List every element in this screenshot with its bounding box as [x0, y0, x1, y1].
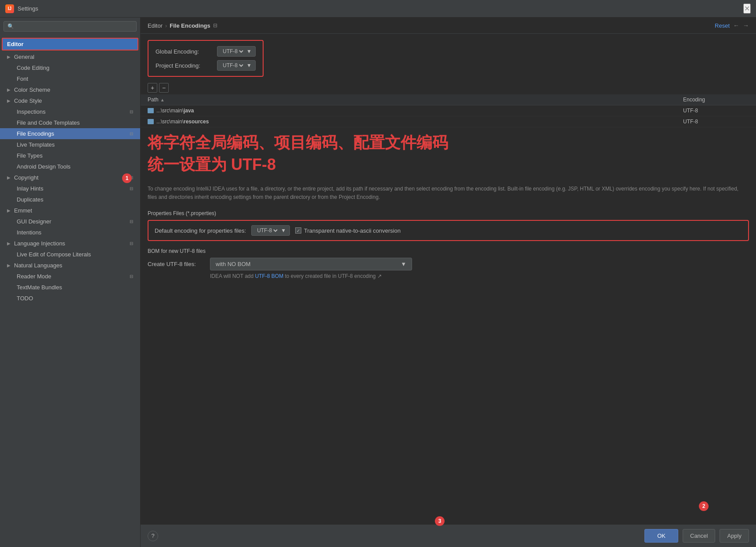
search-icon: 🔍: [7, 23, 14, 29]
close-button[interactable]: ✕: [743, 4, 751, 14]
sidebar-item-intentions[interactable]: Intentions: [0, 227, 140, 238]
reset-button[interactable]: Reset: [715, 22, 730, 29]
badge-2-label: 2: [699, 501, 709, 511]
sidebar-label: Intentions: [17, 229, 41, 236]
sidebar-item-textmate-bundles[interactable]: TextMate Bundles: [0, 282, 140, 293]
expand-icon: ▶: [7, 54, 11, 59]
breadcrumb-separator: ›: [165, 22, 167, 29]
sidebar-item-android-design-tools[interactable]: Android Design Tools: [0, 161, 140, 172]
badge-icon: ⊟: [130, 274, 133, 279]
sidebar-item-editor[interactable]: Editor: [2, 38, 138, 50]
cancel-button[interactable]: Cancel: [683, 529, 715, 543]
expand-icon: ▶: [7, 175, 11, 180]
main-header: Editor › File Encodings ⊟ Reset ← →: [141, 18, 756, 34]
sidebar-item-language-injections[interactable]: ▶ Language Injections ⊟: [0, 238, 140, 249]
bom-section: BOM for new UTF-8 files Create UTF-8 fil…: [141, 245, 756, 284]
encoding-column-header: Encoding: [683, 97, 749, 103]
properties-encoding-dropdown[interactable]: UTF-8: [255, 227, 279, 234]
description-text: To change encoding IntelliJ IDEA uses fo…: [141, 185, 756, 207]
properties-encoding-select[interactable]: UTF-8 ▼: [251, 225, 290, 236]
sidebar-label: Copyright: [14, 174, 39, 181]
sidebar-item-file-encodings[interactable]: File Encodings ⊟: [0, 128, 140, 139]
project-encoding-dropdown[interactable]: UTF-8: [221, 62, 245, 69]
bom-link[interactable]: UTF-8 BOM: [255, 273, 283, 279]
sidebar-item-live-templates[interactable]: Live Templates: [0, 139, 140, 150]
global-encoding-label: Global Encoding:: [156, 48, 213, 55]
badge-1: 1: [122, 173, 132, 183]
sidebar-item-inlay-hints[interactable]: Inlay Hints ⊟: [0, 183, 140, 194]
forward-button[interactable]: →: [743, 22, 749, 29]
main-content: Editor › File Encodings ⊟ Reset ← → Glob…: [141, 18, 756, 547]
sidebar-label: Reader Mode: [17, 273, 51, 280]
sidebar-label: Color Scheme: [14, 86, 50, 93]
bom-note: IDEA will NOT add UTF-8 BOM to every cre…: [148, 273, 749, 279]
sidebar-label: TODO: [17, 295, 33, 302]
transparent-conversion-row: ✓ Transparent native-to-ascii conversion: [295, 227, 401, 234]
dropdown-arrow: ▼: [246, 62, 252, 68]
path-value: ...\src\main\resources: [156, 119, 209, 125]
global-encoding-dropdown[interactable]: UTF-8: [221, 48, 245, 55]
sidebar-item-todo[interactable]: TODO: [0, 293, 140, 304]
sidebar-item-natural-languages[interactable]: ▶ Natural Languages: [0, 260, 140, 271]
folder-icon: [148, 119, 154, 124]
back-button[interactable]: ←: [733, 22, 739, 29]
transparent-label: Transparent native-to-ascii conversion: [304, 227, 401, 234]
editor-label: Editor: [7, 41, 24, 47]
ok-button[interactable]: OK: [644, 529, 678, 543]
path-cell: ...\src\main\resources: [148, 119, 683, 125]
expand-icon: ▶: [7, 208, 11, 213]
sidebar-item-code-editing[interactable]: Code Editing: [0, 62, 140, 73]
sidebar-item-live-edit[interactable]: Live Edit of Compose Literals: [0, 249, 140, 260]
dialog-body: 🔍 Editor ▶ General Code Editing: [0, 18, 756, 547]
search-box[interactable]: 🔍: [4, 21, 137, 32]
sidebar-label: Code Editing: [17, 65, 49, 71]
chinese-annotation: 将字符全局编码、项目编码、配置文件编码统一设置为 UTF-8: [148, 132, 749, 176]
global-encoding-row: Global Encoding: UTF-8 ▼: [156, 46, 256, 57]
bom-select-row: Create UTF-8 files: with NO BOM ▼: [148, 258, 749, 270]
sidebar-item-reader-mode[interactable]: Reader Mode ⊟: [0, 271, 140, 282]
badge-2: 2: [699, 501, 709, 511]
sidebar-item-inspections[interactable]: Inspections ⊟: [0, 106, 140, 117]
sidebar-item-code-style[interactable]: ▶ Code Style: [0, 95, 140, 106]
checkmark-icon: ✓: [297, 228, 300, 233]
sidebar-item-font[interactable]: Font: [0, 73, 140, 84]
sidebar-label: Duplicates: [17, 196, 43, 203]
sidebar-label: Live Edit of Compose Literals: [17, 251, 91, 258]
bom-dropdown[interactable]: with NO BOM ▼: [210, 258, 412, 270]
sidebar-label: Language Injections: [14, 240, 65, 247]
remove-button[interactable]: −: [159, 83, 169, 93]
badge-icon: ⊟: [130, 186, 133, 191]
project-encoding-select[interactable]: UTF-8 ▼: [217, 60, 256, 71]
sidebar-label: File Encodings: [17, 130, 54, 137]
transparent-checkbox[interactable]: ✓: [295, 227, 301, 234]
annotation-area: 将字符全局编码、项目编码、配置文件编码统一设置为 UTF-8: [141, 127, 756, 185]
expand-icon: ▶: [7, 263, 11, 268]
sidebar-item-duplicates[interactable]: Duplicates: [0, 194, 140, 205]
encoding-cell: UTF-8: [683, 108, 749, 114]
window-title: Settings: [18, 5, 38, 12]
sidebar-label: General: [14, 54, 34, 60]
breadcrumb-icon: ⊟: [213, 22, 217, 29]
global-encoding-select[interactable]: UTF-8 ▼: [217, 46, 256, 57]
encoding-box: Global Encoding: UTF-8 ▼ Project Encodin…: [148, 40, 264, 77]
sidebar-item-file-types[interactable]: File Types: [0, 150, 140, 161]
add-button[interactable]: +: [148, 83, 157, 93]
sidebar-item-emmet[interactable]: ▶ Emmet: [0, 205, 140, 216]
badge-1-label: 1: [122, 173, 132, 183]
bottom-bar: ? OK Cancel Apply: [141, 524, 756, 547]
sidebar-label: TextMate Bundles: [17, 284, 62, 291]
apply-button[interactable]: Apply: [720, 529, 749, 543]
sidebar-item-general[interactable]: ▶ General: [0, 51, 140, 62]
help-button[interactable]: ?: [148, 531, 158, 541]
sidebar-label: Inspections: [17, 108, 46, 115]
sidebar-label: GUI Designer: [17, 218, 51, 225]
sidebar-item-copyright[interactable]: ▶ Copyright ⊟: [0, 172, 140, 183]
sidebar-item-file-code-templates[interactable]: File and Code Templates: [0, 117, 140, 128]
sidebar-item-color-scheme[interactable]: ▶ Color Scheme: [0, 84, 140, 95]
bom-note-suffix: to every created file in UTF-8 encoding …: [283, 273, 381, 279]
sidebar-item-gui-designer[interactable]: GUI Designer ⊟: [0, 216, 140, 227]
search-input[interactable]: [16, 23, 133, 29]
badge-3-label: 3: [435, 516, 445, 526]
properties-section: Properties Files (*.properties) Default …: [141, 207, 756, 245]
table-row: ...\src\main\resources UTF-8: [141, 116, 756, 127]
